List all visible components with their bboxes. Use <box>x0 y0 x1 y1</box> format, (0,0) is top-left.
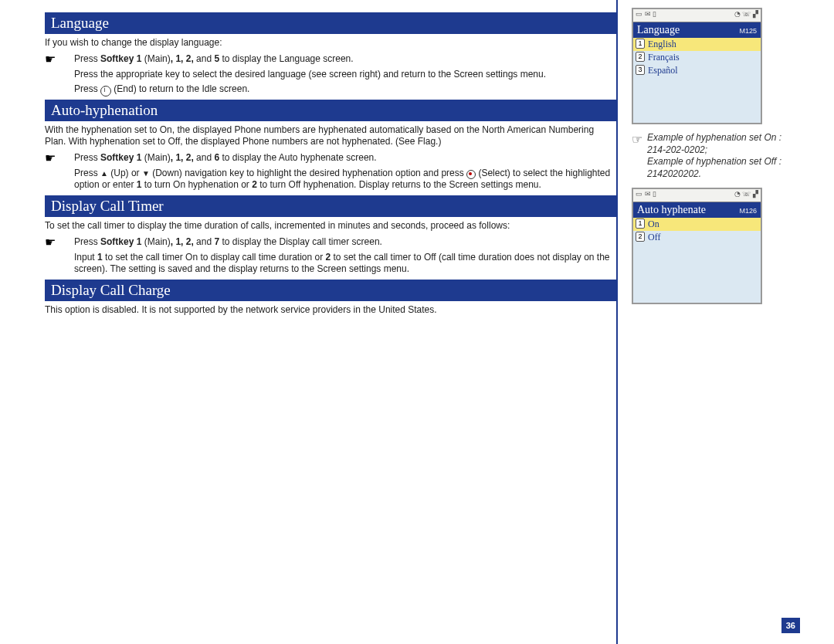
phone-list-language: 1English2Français3Español <box>633 38 761 123</box>
up-arrow-icon <box>100 168 108 179</box>
phone-statusbar: ▭ ✉ ▯ ◔ ☏ ▞ <box>633 9 761 22</box>
language-step3: Press (End) to return to the Idle screen… <box>74 83 616 95</box>
list-item-label: English <box>648 39 676 50</box>
phone-title-code: M125 <box>739 27 757 35</box>
call-charge-intro: This option is disabled. It is not suppo… <box>45 304 616 316</box>
status-right-icons: ◔ ☏ ▞ <box>734 190 758 201</box>
hyphenation-example-note: ☞ Example of hyphenation set On : 214-20… <box>632 132 802 180</box>
list-item: 3Español <box>633 64 761 77</box>
list-item: 1English <box>633 38 761 51</box>
list-item-label: On <box>648 219 659 230</box>
end-icon <box>100 86 111 97</box>
phone-title-label: Auto hyphenate <box>637 204 706 216</box>
main-content: Language If you wish to change the displ… <box>0 0 618 644</box>
auto-hyphen-intro: With the hyphenation set to On, the disp… <box>45 124 616 147</box>
section-header-auto-hyphen: Auto-hyphenation <box>45 100 616 121</box>
list-item-number: 3 <box>636 65 645 75</box>
section-header-language: Language <box>45 12 616 34</box>
section-header-call-charge: Display Call Charge <box>45 280 616 301</box>
pointer-icon: ☛ <box>45 53 74 66</box>
auto-hyphen-step1: ☛ Press Softkey 1 (Main), 1, 2, and 6 to… <box>45 152 616 164</box>
list-item: 1On <box>633 218 761 231</box>
call-timer-step1: ☛ Press Softkey 1 (Main), 1, 2, and 7 to… <box>45 236 616 249</box>
list-item-number: 1 <box>636 219 645 229</box>
phone-title-code: M126 <box>739 207 757 215</box>
down-arrow-icon <box>142 168 150 179</box>
list-item-label: Off <box>648 232 660 243</box>
auto-hyphen-step2: Press (Up) or (Down) navigation key to h… <box>74 168 616 191</box>
note-icon: ☞ <box>632 132 647 180</box>
status-right-icons: ◔ ☏ ▞ <box>734 10 758 21</box>
status-left-icons: ▭ ✉ ▯ <box>636 10 656 21</box>
phone-screen-language: ▭ ✉ ▯ ◔ ☏ ▞ Language M125 1English2Franç… <box>632 8 762 124</box>
status-left-icons: ▭ ✉ ▯ <box>636 190 656 201</box>
select-icon <box>466 170 476 179</box>
phone-statusbar: ▭ ✉ ▯ ◔ ☏ ▞ <box>633 189 761 202</box>
pointer-icon: ☛ <box>45 236 74 249</box>
list-item-number: 2 <box>636 52 645 62</box>
list-item-label: Français <box>648 52 680 63</box>
page-number: 36 <box>781 618 800 633</box>
phone-list-auto-hyphen: 1On2Off <box>633 218 761 303</box>
language-step2: Press the appropriate key to select the … <box>74 69 616 80</box>
language-intro: If you wish to change the display langua… <box>45 37 616 49</box>
list-item: 2Français <box>633 51 761 64</box>
language-step1: ☛ Press Softkey 1 (Main), 1, 2, and 5 to… <box>45 53 616 66</box>
phone-screen-auto-hyphen: ▭ ✉ ▯ ◔ ☏ ▞ Auto hyphenate M126 1On2Off <box>632 188 762 304</box>
pointer-icon: ☛ <box>45 152 74 164</box>
call-timer-intro: To set the call timer to display the tim… <box>45 220 616 232</box>
section-header-call-timer: Display Call Timer <box>45 195 616 217</box>
call-timer-step2: Input 1 to set the call timer On to disp… <box>74 252 616 275</box>
list-item: 2Off <box>633 231 761 244</box>
phone-title-language: Language M125 <box>633 22 761 38</box>
phone-title-label: Language <box>637 24 680 36</box>
phone-title-auto-hyphen: Auto hyphenate M126 <box>633 202 761 218</box>
sidebar: ▭ ✉ ▯ ◔ ☏ ▞ Language M125 1English2Franç… <box>618 0 811 644</box>
list-item-number: 1 <box>636 39 645 49</box>
list-item-label: Español <box>648 65 678 76</box>
list-item-number: 2 <box>636 232 645 242</box>
